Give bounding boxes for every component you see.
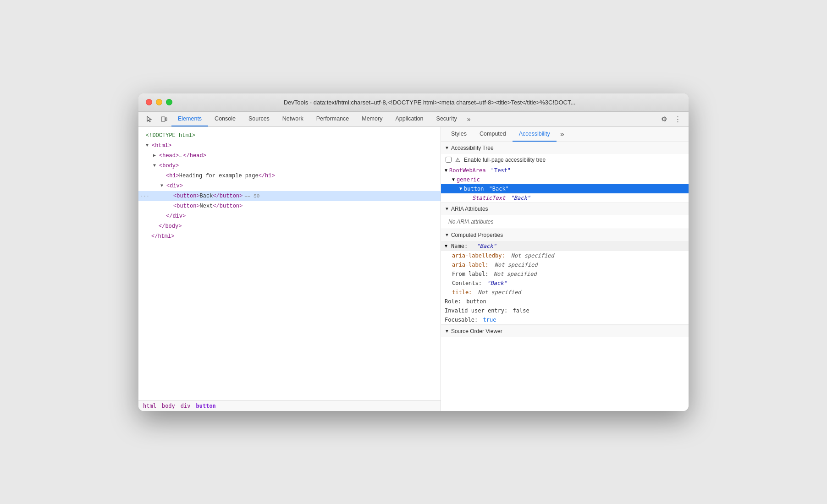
acc-type-rootwebarea: RootWebArea <box>449 167 485 174</box>
tab-elements[interactable]: Elements <box>171 112 208 126</box>
devtools-window: DevTools - data:text/html;charset=utf-8,… <box>138 93 689 411</box>
title-key: title: <box>452 289 472 296</box>
div-tag: <div> <box>166 181 183 191</box>
close-button[interactable] <box>146 99 152 105</box>
source-order-title: Source Order Viewer <box>451 328 502 334</box>
tab-computed[interactable]: Computed <box>473 127 513 142</box>
tab-accessibility[interactable]: Accessibility <box>513 127 557 142</box>
minimize-button[interactable] <box>156 99 162 105</box>
dom-line-html: ▼ <html> <box>138 141 441 151</box>
maximize-button[interactable] <box>166 99 172 105</box>
div-close-tag: </div> <box>166 212 186 221</box>
breadcrumb-button[interactable]: button <box>195 403 217 409</box>
triangle-icon[interactable]: ▼ <box>160 181 166 191</box>
svg-rect-0 <box>161 117 165 121</box>
enable-checkbox[interactable] <box>446 157 452 163</box>
dom-line-button-next[interactable]: <button>Next</button> <box>138 201 441 211</box>
tab-memory[interactable]: Memory <box>355 112 389 126</box>
triangle-down-icon: ▼ <box>445 168 447 173</box>
name-key: Name: <box>451 243 468 249</box>
triangle-icon[interactable]: ▼ <box>153 161 159 170</box>
breadcrumb-div[interactable]: div <box>180 403 192 409</box>
dom-line-h1: <h1>Heading for example page</h1> <box>138 171 441 181</box>
aria-attributes-section: ▼ ARIA Attributes No ARIA attributes <box>441 203 689 229</box>
dom-line-doctype: <!DOCTYPE html> <box>138 131 441 141</box>
acc-type-statictext: StaticText <box>472 195 505 201</box>
doctype-text: <!DOCTYPE html> <box>146 131 195 140</box>
tab-security[interactable]: Security <box>430 112 463 126</box>
devtools-tabs-bar: Elements Console Sources Network Perform… <box>138 112 689 127</box>
aria-labelledby-key: aria-labelledby: <box>452 252 505 259</box>
h1-text: Heading for example page <box>179 171 259 181</box>
cursor-icon[interactable] <box>142 113 157 126</box>
tab-styles[interactable]: Styles <box>445 127 473 142</box>
breadcrumb-bar: html body div button <box>138 400 441 411</box>
tab-performance[interactable]: Performance <box>310 112 356 126</box>
breadcrumb-html[interactable]: html <box>142 403 157 409</box>
tab-console[interactable]: Console <box>208 112 242 126</box>
window-title: DevTools - data:text/html;charset=utf-8,… <box>178 99 681 106</box>
dom-line-body-close: </body> <box>138 221 441 231</box>
body-close-tag: </body> <box>159 222 182 231</box>
computed-prop-name-header: ▼ Name: "Back" <box>441 241 689 251</box>
triangle-icon[interactable]: ▶ <box>153 151 159 160</box>
tabs-right-actions: ⚙ ⋮ <box>657 112 685 126</box>
source-order-section[interactable]: ▼ Source Order Viewer <box>441 325 689 337</box>
dom-line-button-back[interactable]: ··· <button>Back</button> == $0 <box>138 191 441 201</box>
dom-line-html-close: </html> <box>138 231 441 241</box>
acc-node-generic[interactable]: ▼ generic <box>441 175 689 184</box>
computed-properties-title: Computed Properties <box>451 232 503 238</box>
ellipsis: … <box>179 151 182 160</box>
dom-line-div: ▼ <div> <box>138 181 441 191</box>
acc-node-rootwebarea[interactable]: ▼ RootWebArea "Test" <box>441 166 689 175</box>
head-close-tag: </head> <box>183 151 206 160</box>
role-key: Role: <box>445 298 461 305</box>
accessibility-tree-header[interactable]: ▼ Accessibility Tree <box>441 142 689 154</box>
right-tabs-overflow[interactable]: » <box>557 127 568 141</box>
dom-tree[interactable]: <!DOCTYPE html> ▼ <html> ▶ <head>…</head… <box>138 127 441 400</box>
title-val: Not specified <box>478 289 521 296</box>
button-back-text: Back <box>200 192 213 201</box>
aria-attributes-header[interactable]: ▼ ARIA Attributes <box>441 203 689 215</box>
contents-key: Contents: <box>452 280 482 286</box>
tab-network[interactable]: Network <box>276 112 310 126</box>
acc-type-generic: generic <box>457 176 480 183</box>
tab-sources[interactable]: Sources <box>242 112 276 126</box>
tab-application[interactable]: Application <box>389 112 430 126</box>
triangle-down-icon: ▼ <box>459 186 462 191</box>
settings-button[interactable]: ⚙ <box>657 112 671 126</box>
html-close-tag: </html> <box>151 232 174 241</box>
enable-row: ⚠ Enable full-page accessibility tree <box>441 154 689 166</box>
triangle-down-icon: ▼ <box>445 145 449 150</box>
acc-node-button[interactable]: ▼ button "Back" <box>441 184 689 193</box>
acc-name-back-static: "Back" <box>510 195 530 201</box>
right-tabs-bar: Styles Computed Accessibility » <box>441 127 689 142</box>
invalid-key: Invalid user entry: <box>445 307 507 314</box>
aria-label-key: aria-label: <box>452 262 488 268</box>
acc-node-statictext[interactable]: StaticText "Back" <box>441 193 689 203</box>
computed-row-title: title: Not specified <box>441 288 689 297</box>
invalid-val: false <box>513 307 529 314</box>
more-options-button[interactable]: ⋮ <box>671 112 685 126</box>
right-panel: Styles Computed Accessibility » ▼ Access… <box>441 127 689 411</box>
triangle-icon[interactable]: ▼ <box>146 141 151 150</box>
breadcrumb-body[interactable]: body <box>161 403 176 409</box>
h1-close: </h1> <box>259 171 275 181</box>
contents-val: "Back" <box>487 280 507 286</box>
computed-properties-header[interactable]: ▼ Computed Properties <box>441 229 689 241</box>
device-icon[interactable] <box>157 113 171 126</box>
acc-type-button: button <box>464 186 484 192</box>
dom0-marker: == $0 <box>244 192 259 201</box>
no-aria-label: No ARIA attributes <box>441 215 689 229</box>
triangle-down-icon: ▼ <box>445 206 449 211</box>
enable-label: Enable full-page accessibility tree <box>464 157 546 163</box>
main-content: <!DOCTYPE html> ▼ <html> ▶ <head>…</head… <box>138 127 689 411</box>
accessibility-tree-section: ▼ Accessibility Tree ⚠ Enable full-page … <box>441 142 689 203</box>
name-val: "Back" <box>476 243 496 249</box>
tabs-overflow-button[interactable]: » <box>463 113 474 126</box>
focusable-val: true <box>483 317 496 323</box>
head-tag: <head> <box>159 151 179 160</box>
accessibility-panel: ▼ Accessibility Tree ⚠ Enable full-page … <box>441 142 689 411</box>
focusable-key: Focusable: <box>445 317 478 323</box>
line-dots: ··· <box>140 192 149 201</box>
